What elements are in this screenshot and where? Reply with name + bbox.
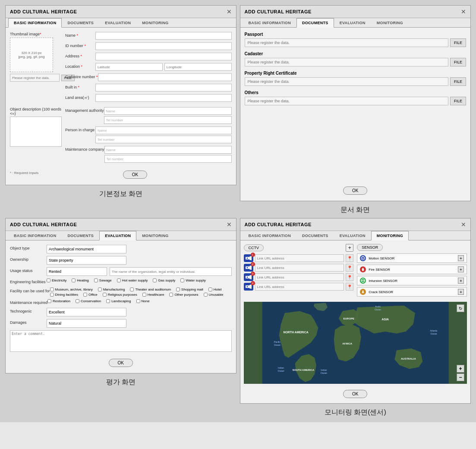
check-restoration[interactable]: Restoration xyxy=(47,299,70,303)
cctv-url-1[interactable] xyxy=(255,254,344,262)
panel4-ok-btn[interactable]: OK xyxy=(343,390,367,398)
cctv-add-btn[interactable]: + xyxy=(346,244,353,252)
check-manufacturing[interactable]: Manufacturing xyxy=(98,288,125,291)
id-label: ID number * xyxy=(65,42,95,49)
passport-file-input[interactable] xyxy=(245,38,448,47)
cctv-url-3[interactable] xyxy=(255,273,344,281)
cctv-url-2[interactable] xyxy=(255,264,344,272)
id-input[interactable] xyxy=(95,42,232,50)
object-description-textarea[interactable] xyxy=(10,117,62,147)
panel1-close-button[interactable]: ✕ xyxy=(227,8,232,15)
cctv-loc-btn-1[interactable]: 📍 xyxy=(346,254,353,262)
panel3-close-button[interactable]: ✕ xyxy=(227,221,232,228)
check-hot-water[interactable]: Hot water supply xyxy=(117,278,148,282)
svg-text:NORTH AMERICA: NORTH AMERICA xyxy=(283,331,308,334)
tab-basic-info-2[interactable]: BASIC INFORMATION xyxy=(243,18,296,28)
tab-documents-3[interactable]: DOCUMENTS xyxy=(62,231,99,240)
comment-textarea[interactable] xyxy=(10,330,232,352)
passport-file-btn[interactable]: FILE xyxy=(450,38,466,47)
technogenic-select[interactable]: Excellent xyxy=(47,308,126,316)
cadaster-file-input[interactable] xyxy=(245,58,448,66)
ownership-select[interactable]: State property xyxy=(47,256,126,265)
mgmt-tel-input[interactable] xyxy=(104,116,232,124)
tab-monitoring-4[interactable]: MONITORING xyxy=(371,231,409,240)
check-water[interactable]: Water supply xyxy=(180,278,205,282)
check-theater[interactable]: Theater and auditorium xyxy=(130,288,171,291)
check-landscaping[interactable]: Landscaping xyxy=(106,299,131,303)
tab-evaluation-1[interactable]: EVALUATION xyxy=(99,18,136,28)
check-hotel[interactable]: Hotel xyxy=(208,288,222,291)
world-map[interactable]: NORTH AMERICA SOUTH AMERICA EUROPE AFRIC… xyxy=(244,302,467,384)
check-shopping[interactable]: Shopping mall xyxy=(176,288,203,291)
cctv-loc-btn-4[interactable]: 📍 xyxy=(346,283,353,291)
person-tel-input[interactable] xyxy=(95,136,232,143)
check-museum[interactable]: Museum, archive, library xyxy=(50,288,93,291)
map-zoom-out-btn[interactable]: − xyxy=(457,373,464,381)
check-dining[interactable]: Dining facilities xyxy=(50,293,78,297)
check-office[interactable]: Office xyxy=(83,293,98,297)
cctv-loc-btn-2[interactable]: 📍 xyxy=(346,264,353,272)
check-heating[interactable]: Heating xyxy=(72,278,89,282)
svg-point-11 xyxy=(246,286,248,288)
map-refresh-btn[interactable]: ↻ xyxy=(457,304,464,312)
person-name-input[interactable] xyxy=(95,126,232,134)
check-sewage[interactable]: Sewage xyxy=(94,278,112,282)
check-other-purposes[interactable]: Other purposes xyxy=(169,293,198,297)
check-conservation[interactable]: Conservation xyxy=(76,299,101,303)
property-file-input[interactable] xyxy=(245,77,448,86)
panel2-close-button[interactable]: ✕ xyxy=(461,8,466,15)
others-file-input[interactable] xyxy=(245,97,448,105)
map-zoom-in-btn[interactable]: + xyxy=(457,365,464,373)
tab-monitoring-2[interactable]: MONITORING xyxy=(371,18,409,28)
maint-name-input[interactable] xyxy=(104,146,232,154)
maint-tel-input[interactable] xyxy=(104,155,232,163)
cctv-url-4[interactable] xyxy=(255,283,344,291)
tab-basic-info-4[interactable]: BASIC INFORMATION xyxy=(243,231,296,240)
check-electricity[interactable]: Electricity xyxy=(47,278,66,282)
usage-org-input[interactable] xyxy=(110,267,232,276)
tab-documents-4[interactable]: DOCUMENTS xyxy=(296,231,334,240)
address-input[interactable] xyxy=(95,53,232,60)
tab-documents-2[interactable]: DOCUMENTS xyxy=(296,18,334,28)
tab-evaluation-2[interactable]: EVALUATION xyxy=(334,18,371,28)
check-religious[interactable]: Religious purposes xyxy=(103,293,137,297)
intrusion-sensor-add-btn[interactable]: + xyxy=(458,278,464,284)
panel3-ok-btn[interactable]: OK xyxy=(109,359,133,367)
others-file-btn[interactable]: FILE xyxy=(450,97,466,105)
check-gas[interactable]: Gas supply xyxy=(153,278,175,282)
tab-evaluation-4[interactable]: EVALUATION xyxy=(334,231,371,240)
check-unusable[interactable]: Unusable xyxy=(204,293,224,297)
property-right-title: Property Right Certificate xyxy=(245,71,467,76)
panel1-ok-btn[interactable]: OK xyxy=(123,171,147,179)
motion-sensor-add-btn[interactable]: + xyxy=(458,255,464,261)
panel2-ok-btn[interactable]: OK xyxy=(343,187,367,195)
tab-documents-1[interactable]: DOCUMENTS xyxy=(62,18,99,28)
check-none[interactable]: None xyxy=(136,299,150,303)
thumbnail-size: 320 X 210 px xyxy=(21,51,41,55)
name-input[interactable] xyxy=(95,32,232,40)
damages-select[interactable]: Natural xyxy=(47,319,126,328)
caption-evaluation: 평가 화면 xyxy=(3,375,238,389)
thumbnail-file-input[interactable] xyxy=(10,74,60,82)
tab-evaluation-3[interactable]: EVALUATION xyxy=(99,231,136,240)
mgmt-name-input[interactable] xyxy=(104,107,232,115)
panel4-close-button[interactable]: ✕ xyxy=(461,221,466,228)
check-healthcare[interactable]: Healthcare xyxy=(142,293,164,297)
landarea-input[interactable] xyxy=(95,94,232,102)
tab-basic-info-3[interactable]: BASIC INFORMATION xyxy=(8,231,62,240)
tab-monitoring-3[interactable]: MONITORING xyxy=(136,231,174,240)
cctv-loc-btn-3[interactable]: 📍 xyxy=(346,273,353,281)
latitude-input[interactable] xyxy=(95,63,163,71)
crack-sensor-add-btn[interactable]: + xyxy=(458,289,464,295)
builtin-input[interactable] xyxy=(95,84,232,92)
fire-sensor-add-btn[interactable]: + xyxy=(458,266,464,272)
longitude-input[interactable] xyxy=(164,63,232,71)
object-type-select[interactable]: Archaeological monument xyxy=(47,245,126,253)
tab-monitoring-1[interactable]: MONITORING xyxy=(136,18,174,28)
usage-status-select[interactable]: Rented xyxy=(47,267,107,276)
property-file-btn[interactable]: FILE xyxy=(450,77,466,86)
cadastre-input[interactable] xyxy=(98,73,232,81)
tab-basic-info-1[interactable]: BASIC INFORMATION xyxy=(8,18,62,28)
caption-basic-info: 기본정보 화면 xyxy=(3,187,238,200)
cadaster-file-btn[interactable]: FILE xyxy=(450,58,466,66)
